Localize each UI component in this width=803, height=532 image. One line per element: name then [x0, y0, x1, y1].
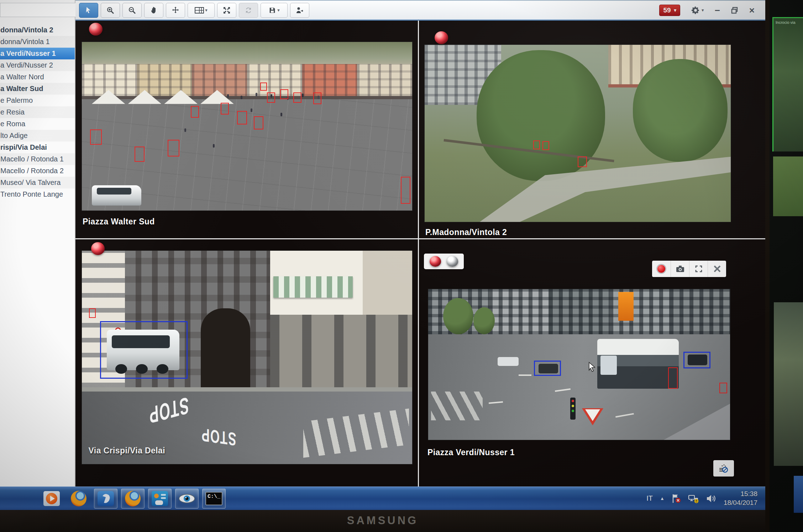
camera-label: Via Crispi/Via Delai: [89, 446, 166, 456]
awning: [273, 276, 353, 298]
operator-export-button[interactable]: [290, 3, 309, 18]
cell-fullscreen-button[interactable]: [689, 261, 708, 277]
fullscreen-brackets-icon: [694, 265, 703, 273]
grid-layout-icon: [195, 7, 204, 14]
snapshot-button[interactable]: [671, 261, 689, 277]
search-input[interactable]: [0, 3, 88, 17]
road: [428, 334, 730, 440]
remote-config-icon: [152, 491, 168, 506]
video-feed-madonna-vintola[interactable]: [425, 45, 731, 222]
sidebar-item[interactable]: a Walter Nord: [0, 71, 75, 83]
camera-count-badge[interactable]: 59 ▾: [659, 5, 680, 16]
sidebar-item[interactable]: e Roma: [0, 118, 75, 130]
sidebar-item[interactable]: lto Adige: [0, 130, 75, 142]
video-feed-verdi-nusser[interactable]: [428, 289, 730, 440]
mouse-cursor: [588, 362, 597, 372]
parked-car: [92, 185, 141, 206]
sidebar-item-selected[interactable]: a Verdi/Nusser 1: [0, 48, 75, 59]
show-hidden-icons-button[interactable]: ▲: [660, 496, 665, 501]
detection-box: [260, 83, 267, 91]
date: 18/04/2017: [724, 499, 757, 507]
record-button[interactable]: [652, 261, 671, 277]
second-monitor-feed: Incrocio via: [772, 17, 803, 151]
tree: [443, 298, 473, 334]
sidebar-item[interactable]: donna/Vintola 1: [0, 36, 75, 48]
cell-close-button[interactable]: [708, 261, 726, 277]
video-grid: Piazza Walter Sud P.Madonna/Vintola 2: [75, 21, 765, 486]
camera-search-row: [0, 0, 75, 19]
taskbar-surveillance-app-button[interactable]: [175, 489, 199, 509]
camera-icon: [676, 265, 685, 273]
taskbar-firefox-button[interactable]: [67, 489, 90, 509]
sidebar-item[interactable]: a Verdi/Nusser 2: [0, 59, 75, 71]
gear-icon: [691, 6, 700, 15]
network-status-icon[interactable]: [688, 494, 699, 504]
language-indicator[interactable]: IT: [646, 494, 653, 502]
detection-box: [668, 367, 678, 388]
crosswalk: [431, 392, 482, 420]
camera-count: 59: [663, 6, 671, 14]
pan-tool-button[interactable]: [144, 3, 163, 18]
video-feed-piazza-walter-sud[interactable]: [82, 42, 412, 211]
cmd-label: C:\_: [208, 494, 220, 500]
minimize-button[interactable]: −: [715, 6, 720, 15]
record-icon: [657, 265, 665, 273]
sidebar-item[interactable]: donna/Vintola 2: [0, 24, 75, 36]
sidebar-item[interactable]: e Resia: [0, 106, 75, 118]
monitor-brand-logo: SAMSUNG: [0, 514, 765, 527]
car: [498, 357, 519, 366]
sidebar-item[interactable]: Trento Ponte Lange: [0, 188, 75, 200]
move-tool-button[interactable]: [166, 3, 185, 18]
video-cell-crispi-delai[interactable]: STOP STOP Via Crispi/Via Delai: [75, 239, 418, 486]
save-icon: [268, 6, 276, 14]
video-cell-verdi-nusser[interactable]: Piazza Verdi/Nusser 1: [419, 239, 765, 486]
restore-button[interactable]: [731, 6, 739, 14]
taskbar-firefox-active-button[interactable]: [121, 489, 145, 509]
buildings-row: [428, 289, 730, 334]
video-cell-piazza-walter-sud[interactable]: Piazza Walter Sud: [75, 21, 418, 238]
taskbar-cmd-button[interactable]: C:\_: [202, 489, 226, 509]
taskbar-icons: C:\_: [0, 487, 226, 510]
taskbar-footprint-app-button[interactable]: [94, 489, 117, 509]
defog-button[interactable]: [713, 460, 734, 477]
zoom-out-button[interactable]: [122, 3, 142, 18]
video-cell-madonna-vintola[interactable]: P.Madonna/Vintola 2: [419, 21, 765, 238]
billboard: [618, 292, 633, 321]
archway: [201, 308, 250, 387]
close-button[interactable]: ×: [749, 6, 755, 15]
save-layout-button[interactable]: ▾: [261, 3, 288, 18]
sidebar-item[interactable]: Macello / Rotonda 1: [0, 153, 75, 165]
taskbar-media-app-button[interactable]: [40, 489, 63, 509]
second-monitor-feed: [774, 302, 803, 466]
detection-box: [533, 140, 540, 149]
idle-indicator: [447, 256, 458, 267]
sidebar-item[interactable]: Museo/ Via Talvera: [0, 177, 75, 188]
taskbar-clock[interactable]: 15:38 18/04/2017: [724, 490, 757, 507]
video-feed-crispi-delai[interactable]: STOP STOP Via Crispi/Via Delai: [82, 251, 412, 464]
detection-box: [293, 92, 301, 102]
detection-box: [237, 111, 247, 124]
sidebar-item[interactable]: Macello / Rotonda 2: [0, 165, 75, 177]
sidebar-item[interactable]: a Walter Sud: [0, 83, 75, 95]
command-prompt-icon: C:\_: [205, 492, 222, 505]
traffic-light: [570, 398, 576, 420]
settings-button[interactable]: ▾: [691, 6, 704, 15]
action-center-flag-icon[interactable]: [672, 494, 681, 504]
tree: [633, 59, 728, 162]
window-controls: 59 ▾ ▾ − ×: [659, 5, 765, 16]
fullscreen-button[interactable]: [217, 3, 236, 18]
monitor-screen: donna/Vintola 2 donna/Vintola 1 a Verdi/…: [0, 0, 765, 510]
layout-select-button[interactable]: ▾: [188, 3, 215, 18]
zoom-in-button[interactable]: [101, 3, 120, 18]
restore-icon: [731, 6, 739, 14]
select-tool-button[interactable]: [79, 3, 98, 18]
notification-area: IT ▲ 15:38 18/04/2017: [646, 490, 765, 507]
detection-box: [542, 141, 549, 150]
detection-box: [267, 92, 275, 102]
sidebar-item[interactable]: rispi/Via Delai: [0, 142, 75, 153]
sidebar-item[interactable]: e Palermo: [0, 95, 75, 106]
detection-box: [90, 129, 101, 145]
taskbar-config-app-button[interactable]: [148, 489, 172, 509]
volume-icon[interactable]: [706, 494, 717, 503]
zoom-in-icon: [106, 6, 115, 15]
